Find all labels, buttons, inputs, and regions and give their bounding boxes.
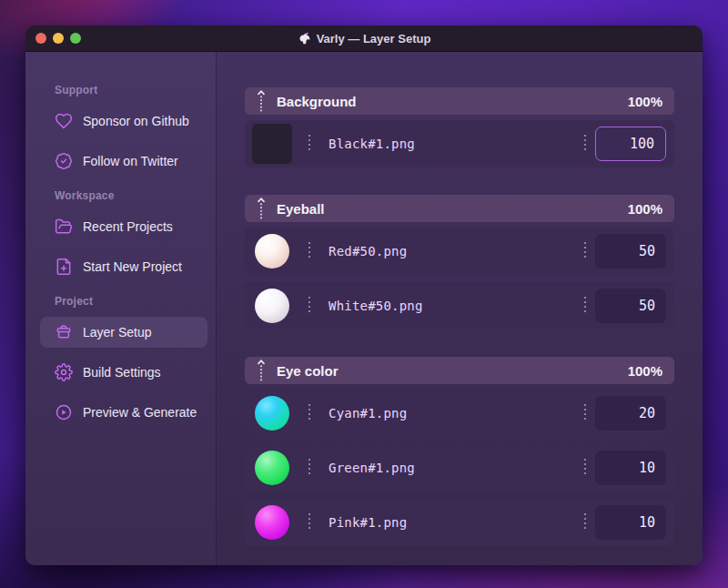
layer-row-cyan-1-png: Cyan#1.png <box>245 390 674 437</box>
sidebar-section-label: Support <box>55 84 216 96</box>
sidebar: SupportSponsor on GithubFollow on Twitte… <box>25 52 216 565</box>
dotted-divider <box>308 459 310 477</box>
layer-weight-controls <box>584 234 666 269</box>
layer-group-title: Eye color <box>277 363 339 379</box>
layer-weight-input[interactable] <box>595 451 666 485</box>
green-sphere <box>255 451 289 485</box>
layer-weight-controls <box>584 127 666 161</box>
layer-row-red-50-png: Red#50.png <box>245 228 674 275</box>
file-plus-icon <box>55 258 73 276</box>
layer-setup-panel: Background100%Black#1.pngEyeball100%Red#… <box>216 52 703 565</box>
dotted-divider <box>584 135 586 153</box>
layer-group-weight: 100% <box>628 363 662 379</box>
layer-weight-controls <box>584 396 666 431</box>
layer-group-title: Background <box>277 94 357 109</box>
window-title: Varly — Layer Setup <box>25 32 703 46</box>
dotted-divider <box>308 404 310 422</box>
titlebar: Varly — Layer Setup <box>25 25 703 52</box>
layer-group-weight: 100% <box>628 94 662 109</box>
sidebar-section-project: ProjectLayer SetupBuild SettingsPreview … <box>25 295 216 428</box>
sidebar-section-support: SupportSponsor on GithubFollow on Twitte… <box>25 84 216 177</box>
layer-filename: Red#50.png <box>329 244 407 259</box>
layer-group-header: Eye color100% <box>245 357 674 384</box>
sidebar-item-label: Layer Setup <box>83 325 152 340</box>
sidebar-item-start-new-project[interactable]: Start New Project <box>40 251 207 282</box>
sidebar-section-label: Project <box>55 295 216 308</box>
sidebar-item-follow-on-twitter[interactable]: Follow on Twitter <box>40 146 207 177</box>
black-square <box>252 124 292 164</box>
layer-group-background: Background100%Black#1.png <box>245 87 674 167</box>
dotted-divider <box>584 513 586 532</box>
sidebar-item-layer-setup[interactable]: Layer Setup <box>40 317 207 348</box>
sidebar-item-label: Recent Projects <box>83 219 173 234</box>
layer-group-weight: 100% <box>628 201 662 217</box>
drag-handle-icon[interactable] <box>257 359 266 382</box>
layer-group-header: Eyeball100% <box>245 195 674 222</box>
layer-group-eye-color: Eye color100%Cyan#1.pngGreen#1.pngPink#1… <box>245 357 674 546</box>
dotted-divider <box>584 404 586 422</box>
layer-thumbnail-cyan-sphere <box>252 393 292 433</box>
layer-group-eyeball: Eyeball100%Red#50.pngWhite#50.png <box>245 195 674 329</box>
heart-icon <box>55 112 73 130</box>
badge-check-icon <box>55 152 73 170</box>
layer-row-white-50-png: White#50.png <box>245 282 674 329</box>
unicorn-icon <box>298 32 311 46</box>
layer-filename: Cyan#1.png <box>329 406 407 421</box>
sidebar-item-label: Build Settings <box>83 365 161 380</box>
drag-handle-icon[interactable] <box>257 89 266 113</box>
layer-thumbnail-pink-sphere <box>252 502 292 542</box>
layer-weight-controls <box>584 451 666 485</box>
sidebar-item-label: Follow on Twitter <box>83 154 178 168</box>
layer-weight-input[interactable] <box>595 505 666 540</box>
dotted-divider <box>308 297 310 315</box>
folder-open-icon <box>55 218 73 236</box>
sidebar-item-preview-generate[interactable]: Preview & Generate <box>40 397 207 428</box>
white-sphere <box>255 289 289 323</box>
sidebar-section-label: Workspace <box>55 189 216 202</box>
layer-filename: Black#1.png <box>329 137 415 151</box>
archive-box-icon <box>55 323 73 341</box>
layer-thumbnail-green-sphere <box>252 448 292 488</box>
cyan-sphere <box>255 396 289 431</box>
sidebar-item-label: Start New Project <box>83 259 182 274</box>
layer-weight-controls <box>584 289 666 323</box>
dotted-divider <box>584 242 586 260</box>
layer-weight-input[interactable] <box>595 396 666 431</box>
dotted-divider <box>584 459 586 477</box>
layer-thumbnail-red-sphere <box>252 231 292 271</box>
dotted-divider <box>584 297 586 315</box>
layer-group-header: Background100% <box>245 87 674 115</box>
layer-group-title: Eyeball <box>277 201 325 217</box>
window-body: SupportSponsor on GithubFollow on Twitte… <box>25 52 703 565</box>
layer-row-green-1-png: Green#1.png <box>245 444 674 492</box>
dotted-divider <box>308 135 310 153</box>
layer-filename: Green#1.png <box>329 461 415 475</box>
sidebar-item-label: Sponsor on Github <box>83 114 189 128</box>
sidebar-item-build-settings[interactable]: Build Settings <box>40 357 207 388</box>
sidebar-item-label: Preview & Generate <box>83 405 197 420</box>
layer-row-black-1-png: Black#1.png <box>245 120 674 167</box>
layer-thumbnail-black-square <box>252 124 292 164</box>
sidebar-item-sponsor-on-github[interactable]: Sponsor on Github <box>40 106 207 137</box>
layer-weight-input[interactable] <box>595 234 666 269</box>
red-sphere <box>255 234 289 269</box>
app-window: Varly — Layer Setup SupportSponsor on Gi… <box>25 25 703 565</box>
layer-filename: White#50.png <box>329 299 423 313</box>
sidebar-item-recent-projects[interactable]: Recent Projects <box>40 211 207 242</box>
play-circle-icon <box>55 403 73 421</box>
layer-weight-input[interactable] <box>595 127 666 161</box>
layer-thumbnail-white-sphere <box>252 286 292 326</box>
layer-weight-controls <box>584 505 666 540</box>
drag-handle-icon[interactable] <box>257 197 266 220</box>
layer-weight-input[interactable] <box>595 289 666 323</box>
sidebar-section-workspace: WorkspaceRecent ProjectsStart New Projec… <box>25 189 216 282</box>
dotted-divider <box>308 242 310 260</box>
window-title-text: Varly — Layer Setup <box>317 32 431 46</box>
layer-filename: Pink#1.png <box>329 515 407 530</box>
layer-row-pink-1-png: Pink#1.png <box>245 499 674 546</box>
gear-icon <box>55 363 73 381</box>
dotted-divider <box>308 513 310 532</box>
pink-sphere <box>255 505 289 540</box>
